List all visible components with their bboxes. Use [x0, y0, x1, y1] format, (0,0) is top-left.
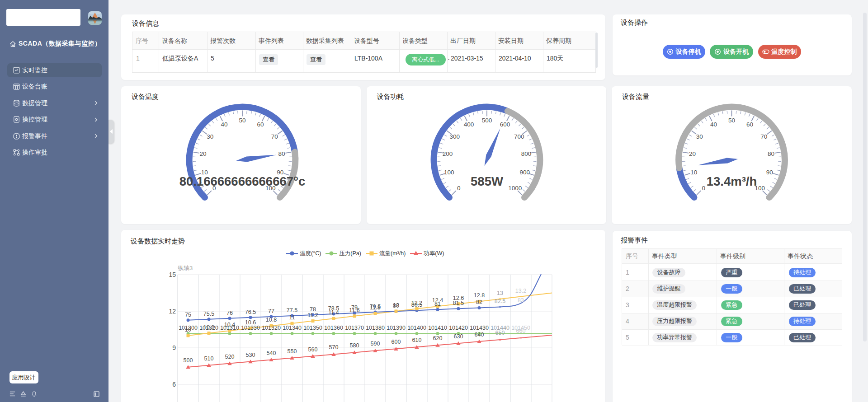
- svg-text:30: 30: [207, 133, 213, 140]
- svg-text:1000: 1000: [508, 184, 522, 191]
- svg-text:530: 530: [246, 352, 255, 358]
- svg-text:75.5: 75.5: [203, 311, 214, 317]
- svg-text:50: 50: [239, 117, 245, 123]
- svg-text:101400: 101400: [407, 325, 426, 331]
- svg-text:510: 510: [204, 355, 214, 362]
- svg-text:77.5: 77.5: [287, 307, 297, 313]
- svg-text:101320: 101320: [262, 325, 281, 331]
- svg-text:400: 400: [463, 121, 474, 128]
- svg-text:83: 83: [518, 297, 524, 304]
- svg-text:82.5: 82.5: [495, 298, 505, 304]
- svg-text:650: 650: [495, 330, 505, 336]
- svg-text:570: 570: [329, 344, 339, 351]
- svg-text:15: 15: [169, 271, 176, 278]
- svg-text:40: 40: [221, 121, 227, 128]
- svg-text:11: 11: [289, 314, 295, 321]
- svg-text:200: 200: [442, 150, 453, 157]
- svg-text:60: 60: [257, 121, 264, 128]
- svg-text:6: 6: [172, 381, 176, 388]
- svg-text:11.4: 11.4: [328, 309, 339, 316]
- svg-text:80: 80: [768, 150, 774, 157]
- svg-text:80.16666666666667°c: 80.16666666666667°c: [179, 174, 306, 188]
- svg-text:101430: 101430: [470, 325, 489, 331]
- svg-text:90: 90: [766, 168, 773, 175]
- svg-text:70: 70: [760, 133, 767, 140]
- svg-text:40: 40: [710, 121, 717, 128]
- svg-text:300: 300: [449, 133, 460, 140]
- svg-text:13.2: 13.2: [515, 288, 526, 294]
- svg-text:101380: 101380: [366, 325, 385, 331]
- svg-text:590: 590: [371, 341, 380, 347]
- svg-text:9: 9: [172, 344, 176, 351]
- svg-text:纵轴3: 纵轴3: [178, 265, 193, 271]
- svg-text:585W: 585W: [471, 174, 503, 188]
- svg-text:20: 20: [200, 150, 207, 157]
- svg-text:77: 77: [268, 308, 274, 314]
- svg-text:580: 580: [350, 342, 359, 349]
- svg-text:500: 500: [481, 117, 492, 123]
- svg-text:600: 600: [392, 339, 401, 345]
- svg-text:101300: 101300: [179, 325, 198, 331]
- svg-text:101410: 101410: [428, 325, 447, 331]
- svg-text:540: 540: [267, 350, 276, 356]
- svg-text:12.8: 12.8: [474, 292, 485, 299]
- svg-text:700: 700: [514, 133, 524, 140]
- svg-text:610: 610: [412, 337, 422, 343]
- svg-text:101420: 101420: [449, 325, 468, 331]
- svg-text:101330: 101330: [241, 325, 260, 331]
- svg-text:12: 12: [393, 302, 399, 309]
- svg-text:560: 560: [308, 346, 318, 353]
- svg-text:11.6: 11.6: [349, 307, 359, 313]
- svg-text:60: 60: [746, 121, 753, 128]
- svg-text:101340: 101340: [283, 325, 302, 331]
- svg-text:13: 13: [497, 290, 503, 296]
- svg-text:12: 12: [169, 308, 176, 315]
- svg-text:76.5: 76.5: [245, 309, 256, 315]
- svg-text:82: 82: [476, 299, 482, 305]
- svg-text:50: 50: [728, 117, 735, 123]
- svg-text:900: 900: [519, 168, 530, 175]
- svg-text:101350: 101350: [303, 325, 322, 331]
- svg-text:800: 800: [521, 150, 531, 157]
- svg-text:101390: 101390: [387, 325, 406, 331]
- svg-text:70: 70: [271, 133, 278, 140]
- svg-text:620: 620: [433, 335, 443, 341]
- svg-text:11.2: 11.2: [307, 312, 318, 318]
- svg-text:12.2: 12.2: [411, 300, 422, 306]
- svg-text:13.4m³/h: 13.4m³/h: [707, 174, 757, 188]
- svg-text:100: 100: [444, 168, 454, 175]
- svg-text:640: 640: [475, 332, 484, 338]
- svg-text:660: 660: [516, 328, 526, 334]
- svg-text:12.4: 12.4: [432, 297, 443, 304]
- svg-text:520: 520: [225, 354, 235, 360]
- svg-text:75: 75: [185, 312, 191, 318]
- svg-text:101370: 101370: [345, 325, 364, 331]
- svg-text:12.6: 12.6: [453, 295, 464, 301]
- svg-text:101360: 101360: [324, 325, 343, 331]
- svg-text:0: 0: [457, 184, 461, 191]
- svg-text:10.8: 10.8: [266, 317, 277, 323]
- svg-text:101320: 101320: [199, 325, 218, 331]
- svg-text:550: 550: [288, 348, 297, 355]
- svg-text:10: 10: [690, 168, 697, 175]
- svg-text:20: 20: [689, 150, 696, 157]
- svg-text:101310: 101310: [220, 325, 239, 331]
- svg-text:30: 30: [696, 133, 703, 140]
- svg-text:80: 80: [278, 150, 285, 157]
- svg-text:11.8: 11.8: [370, 304, 380, 311]
- svg-text:76: 76: [226, 310, 233, 316]
- svg-text:630: 630: [454, 333, 463, 340]
- svg-text:600: 600: [500, 121, 510, 128]
- svg-text:500: 500: [184, 357, 193, 364]
- svg-text:0: 0: [702, 184, 706, 191]
